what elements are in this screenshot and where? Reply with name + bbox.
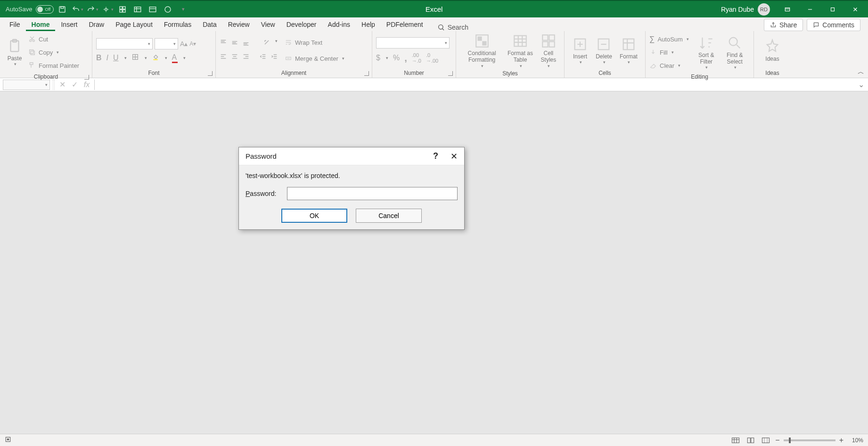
svg-line-16 — [442, 29, 443, 30]
format-cells-button[interactable]: Format▾ — [617, 36, 640, 65]
italic-button[interactable]: I — [106, 54, 108, 62]
tab-addins[interactable]: Add-ins — [322, 18, 356, 31]
font-name-combo[interactable]: ▾ — [96, 38, 153, 49]
qat-icon-3[interactable] — [146, 3, 159, 16]
qat-icon-1[interactable] — [116, 3, 129, 16]
tab-pdfelement[interactable]: PDFelement — [381, 18, 429, 31]
close-icon[interactable] — [844, 2, 866, 16]
align-bottom-icon[interactable] — [242, 39, 250, 48]
formula-input[interactable] — [94, 80, 854, 90]
dialog-launcher-icon[interactable] — [208, 71, 213, 76]
touch-mode-icon[interactable]: ▾ — [101, 3, 114, 16]
expand-formula-bar-icon[interactable]: ⌄ — [857, 80, 865, 89]
cancel-button[interactable]: Cancel — [356, 209, 422, 223]
password-input[interactable] — [287, 187, 458, 200]
orientation-icon[interactable] — [263, 39, 270, 48]
percent-format-icon[interactable]: % — [393, 54, 400, 62]
comments-button[interactable]: Comments — [807, 19, 860, 31]
qat-icon-4[interactable] — [161, 3, 174, 16]
qat-icon-2[interactable] — [131, 3, 144, 16]
format-as-table-button[interactable]: Format as Table▾ — [504, 33, 537, 68]
decrease-decimal-icon[interactable]: .0→.00 — [426, 52, 438, 64]
tab-page-layout[interactable]: Page Layout — [110, 18, 158, 31]
tab-view[interactable]: View — [255, 18, 281, 31]
merge-center-button[interactable]: Merge & Center▾ — [285, 52, 344, 65]
decrease-font-icon[interactable]: A▾ — [189, 41, 196, 47]
zoom-out-icon[interactable]: − — [775, 436, 779, 445]
bucket-icon — [152, 53, 159, 61]
increase-indent-icon[interactable] — [270, 53, 278, 62]
decrease-indent-icon[interactable] — [259, 53, 267, 62]
tab-developer[interactable]: Developer — [281, 18, 322, 31]
clear-button[interactable]: Clear▾ — [649, 59, 689, 72]
ok-button[interactable]: OK — [281, 209, 347, 223]
zoom-slider[interactable] — [784, 439, 835, 441]
redo-icon[interactable]: ▾ — [86, 3, 99, 16]
align-top-icon[interactable] — [220, 39, 227, 48]
tab-help[interactable]: Help — [356, 18, 381, 31]
borders-icon — [131, 53, 139, 61]
undo-icon[interactable]: ▾ — [71, 3, 84, 16]
align-right-icon[interactable] — [242, 53, 250, 62]
paste-button[interactable]: Paste ▾ — [4, 38, 25, 66]
zoom-in-icon[interactable]: + — [839, 436, 843, 445]
tell-me-search[interactable]: Search — [437, 24, 468, 31]
tab-formulas[interactable]: Formulas — [158, 18, 197, 31]
autosum-button[interactable]: ∑AutoSum▾ — [649, 33, 689, 45]
svg-rect-52 — [483, 41, 486, 45]
fx-icon[interactable]: fx — [82, 81, 91, 89]
bold-button[interactable]: B — [96, 54, 102, 62]
cell-styles-button[interactable]: Cell Styles▾ — [537, 33, 560, 68]
maximize-icon[interactable] — [822, 2, 843, 16]
dialog-help-icon[interactable]: ? — [433, 151, 438, 161]
tab-insert[interactable]: Insert — [55, 18, 83, 31]
tab-draw[interactable]: Draw — [83, 18, 110, 31]
dialog-launcher-icon[interactable] — [84, 75, 89, 80]
find-select-button[interactable]: Find & Select▾ — [720, 35, 750, 70]
dialog-launcher-icon[interactable] — [448, 71, 453, 76]
font-color-button[interactable]: A — [172, 53, 178, 63]
user-account[interactable]: Ryan Dube RD — [721, 3, 770, 16]
borders-button[interactable] — [131, 53, 139, 63]
insert-cells-button[interactable]: Insert▾ — [569, 36, 591, 65]
share-button[interactable]: Share — [764, 19, 803, 31]
dialog-close-icon[interactable]: ✕ — [450, 151, 458, 162]
copy-button[interactable]: Copy▾ — [28, 46, 79, 58]
zoom-level[interactable]: 10% — [847, 437, 863, 444]
autosave-toggle[interactable]: AutoSave Off — [6, 5, 54, 14]
tab-data[interactable]: Data — [197, 18, 222, 31]
dialog-launcher-icon[interactable] — [364, 71, 369, 76]
page-break-view-icon[interactable] — [760, 436, 771, 445]
accounting-format-icon[interactable]: $ — [376, 54, 380, 62]
macro-record-icon[interactable] — [5, 436, 11, 444]
minimize-icon[interactable] — [799, 2, 821, 16]
underline-button[interactable]: U — [113, 54, 119, 62]
increase-font-icon[interactable]: A▴ — [180, 40, 188, 48]
cut-button[interactable]: Cut — [28, 33, 79, 45]
align-center-icon[interactable] — [231, 53, 238, 62]
sort-filter-button[interactable]: Sort & Filter▾ — [693, 35, 720, 70]
page-layout-view-icon[interactable] — [745, 436, 756, 445]
format-painter-button[interactable]: Format Painter — [28, 59, 79, 72]
conditional-formatting-button[interactable]: Conditional Formatting▾ — [460, 33, 504, 68]
number-format-combo[interactable]: ▾ — [376, 37, 450, 49]
wrap-text-button[interactable]: Wrap Text — [285, 36, 344, 49]
font-size-combo[interactable]: ▾ — [155, 38, 178, 49]
normal-view-icon[interactable] — [730, 436, 741, 445]
group-number-label: Number — [404, 70, 424, 76]
collapse-ribbon-icon[interactable]: ︿ — [858, 68, 864, 76]
tab-review[interactable]: Review — [222, 18, 255, 31]
fill-color-button[interactable] — [152, 53, 159, 63]
qat-customize-icon[interactable]: ▾ — [176, 3, 189, 16]
ribbon-display-icon[interactable] — [777, 2, 798, 16]
ideas-button[interactable]: Ideas — [762, 39, 783, 62]
tab-file[interactable]: File — [4, 18, 26, 31]
fill-button[interactable]: Fill▾ — [649, 46, 689, 58]
align-left-icon[interactable] — [220, 53, 227, 62]
comma-format-icon[interactable]: , — [404, 53, 407, 64]
tab-home[interactable]: Home — [26, 18, 56, 31]
save-icon[interactable] — [56, 3, 69, 16]
delete-cells-button[interactable]: Delete▾ — [593, 36, 615, 65]
align-middle-icon[interactable] — [231, 39, 238, 48]
increase-decimal-icon[interactable]: .00→.0 — [412, 52, 421, 64]
